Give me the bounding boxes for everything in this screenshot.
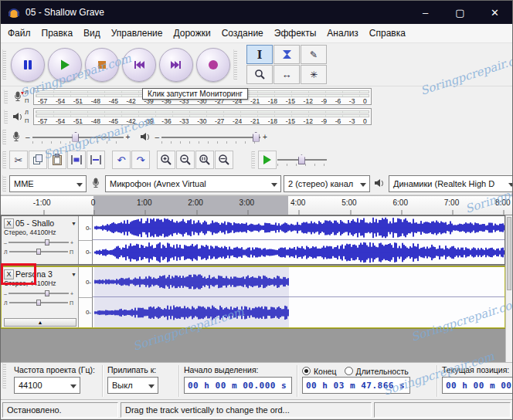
zoom-out-button[interactable]: [176, 151, 195, 169]
output-volume-slider[interactable]: [161, 131, 260, 144]
meter-scale-number: -45: [109, 97, 118, 105]
meter-bar: [36, 110, 369, 113]
play-at-speed-button[interactable]: [258, 151, 277, 169]
undo-button[interactable]: ↶: [112, 151, 131, 169]
copy-button[interactable]: [29, 151, 47, 169]
track-name[interactable]: 05 - Shallo: [15, 218, 70, 228]
track-close-button[interactable]: X: [4, 218, 14, 229]
menu-item[interactable]: Файл: [2, 25, 36, 42]
maximize-button[interactable]: ▢: [443, 1, 477, 24]
menu-item[interactable]: Правка: [36, 25, 79, 42]
current-position-field[interactable]: 00 h 00 m 00.0: [442, 377, 512, 394]
play-button[interactable]: [48, 48, 82, 82]
length-radio[interactable]: [345, 367, 353, 375]
slider-thumb[interactable]: [45, 290, 49, 296]
playback-meter[interactable]: -57-54-51-48-45-42-39-36-33-30-27-24-21-…: [33, 108, 372, 125]
magnifier-icon: [254, 69, 266, 80]
track-pan-slider[interactable]: Л П: [4, 248, 73, 256]
menu-item[interactable]: Вид: [78, 25, 106, 42]
menu-item[interactable]: Дорожки: [168, 25, 216, 42]
multi-tool-button[interactable]: ✳: [301, 65, 327, 84]
toolbar-grip[interactable]: [2, 363, 6, 388]
project-rate-select[interactable]: 44100: [14, 377, 80, 394]
menu-item[interactable]: Эффекты: [269, 25, 322, 42]
track-canvas: X 05 - Shallo ▼ Стерео, 44100Hz – + Л П …: [1, 215, 512, 362]
audacity-logo-icon: [7, 5, 21, 19]
slider-min-label: –: [155, 133, 159, 141]
menu-item[interactable]: Создание: [216, 25, 269, 42]
track-gain-slider[interactable]: – +: [4, 290, 73, 297]
slider-thumb[interactable]: [298, 154, 305, 164]
zoom-fit-button[interactable]: [215, 151, 233, 169]
slider-thumb[interactable]: [72, 132, 79, 142]
track-2-waveform-area[interactable]: [93, 267, 505, 327]
slider-thumb[interactable]: [36, 300, 41, 306]
meter-channel-label: Л: [25, 89, 32, 96]
trim-button[interactable]: [67, 151, 86, 169]
play-speed-slider[interactable]: [277, 154, 327, 166]
envelope-tool-button[interactable]: [273, 45, 300, 64]
cut-button[interactable]: ✂: [9, 151, 28, 169]
toolbar-grip[interactable]: [2, 130, 6, 144]
timeshift-tool-button[interactable]: ↔: [273, 65, 300, 84]
meter-scale-number: -21: [250, 117, 260, 125]
stop-button[interactable]: [85, 48, 119, 82]
slider-thumb[interactable]: [36, 249, 41, 255]
slider-thumb[interactable]: [45, 239, 49, 246]
waveform-right-channel[interactable]: [93, 241, 505, 264]
zoom-selection-button[interactable]: [195, 151, 214, 169]
pause-button[interactable]: [11, 48, 45, 82]
minimize-button[interactable]: –: [408, 1, 443, 24]
track-vertical-ruler[interactable]: 0- 0-: [79, 267, 93, 327]
close-button[interactable]: ✕: [477, 1, 512, 24]
track-pan-slider[interactable]: Л П: [4, 299, 73, 307]
track-menu-arrow-icon[interactable]: ▼: [71, 272, 76, 277]
slider-thumb[interactable]: [253, 132, 260, 142]
toolbar-grip[interactable]: [233, 49, 237, 80]
selection-end-field[interactable]: 00 h 03 m 47.866 s: [302, 377, 410, 394]
selection-start-label: Начало выделения:: [184, 365, 294, 377]
menu-item[interactable]: Анализ: [321, 25, 364, 42]
track-1-waveform-area[interactable]: [93, 216, 505, 264]
selection-tool-button[interactable]: I: [246, 45, 273, 64]
toolbar-grip[interactable]: [251, 151, 255, 168]
forward-button[interactable]: [159, 48, 193, 82]
meter-scale-number: -54: [56, 97, 65, 105]
track-vertical-ruler[interactable]: 0- 0-: [79, 216, 93, 264]
waveform-left-channel[interactable]: [93, 216, 505, 240]
meter-channel-label: П: [25, 97, 32, 104]
snap-select[interactable]: Выкл: [107, 377, 158, 394]
channels-select[interactable]: 2 (стерео) канал: [284, 175, 370, 192]
toolbar-grip[interactable]: [2, 151, 6, 168]
draw-tool-button[interactable]: ✎: [301, 45, 327, 64]
input-volume-slider[interactable]: [32, 131, 124, 144]
record-button[interactable]: [196, 48, 230, 82]
host-select[interactable]: MME: [9, 175, 87, 192]
scrollbar-thumb[interactable]: [507, 217, 511, 290]
rewind-button[interactable]: [122, 48, 156, 82]
track-menu-arrow-icon[interactable]: ▼: [71, 221, 76, 226]
end-radio[interactable]: [302, 367, 311, 375]
toolbar-grip[interactable]: [4, 110, 8, 124]
input-device-select[interactable]: Микрофон (Avnex Virtual: [105, 175, 281, 192]
zoom-in-button[interactable]: [157, 151, 175, 169]
paste-button[interactable]: [48, 151, 66, 169]
toolbar-grip[interactable]: [2, 49, 6, 80]
titlebar: 05 - Shallow Grave – ▢ ✕: [1, 1, 512, 24]
toolbar-grip[interactable]: [2, 175, 6, 191]
selection-start-field[interactable]: 00 h 00 m 00.000 s: [184, 377, 292, 394]
silence-button[interactable]: [87, 151, 105, 169]
zoom-tool-button[interactable]: [246, 65, 273, 84]
meter-scale-number: -48: [91, 117, 100, 125]
menu-item[interactable]: Управление: [106, 25, 168, 42]
redo-button[interactable]: ↷: [131, 151, 150, 169]
timeline-label: 6:00: [375, 198, 426, 207]
timeline-ruler[interactable]: -1:0001:002:003:004:005:006:007:008:00: [1, 195, 512, 215]
vertical-scrollbar[interactable]: [505, 215, 512, 362]
toolbar-grip[interactable]: [4, 90, 8, 103]
output-device-select[interactable]: Динамики (Realtek High D: [389, 175, 513, 192]
meter-scale-number: -6: [335, 117, 341, 125]
track-collapse-button[interactable]: ▲: [4, 318, 76, 327]
menu-item[interactable]: Справка: [364, 25, 411, 42]
track-gain-slider[interactable]: – +: [4, 239, 73, 246]
